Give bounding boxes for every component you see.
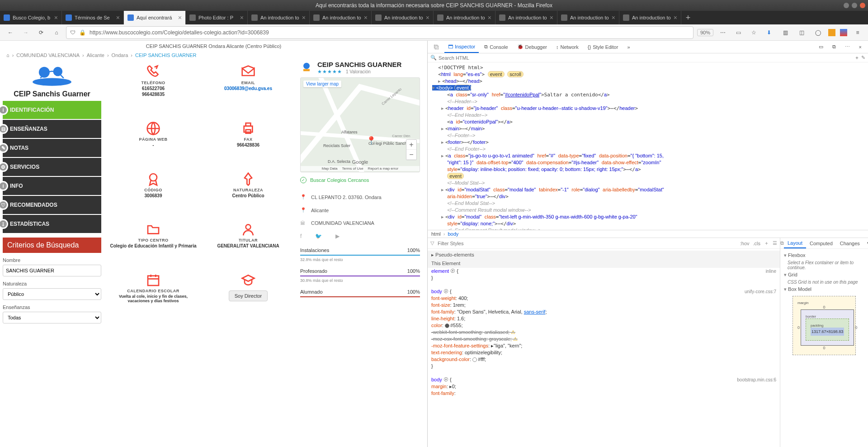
nombre-input[interactable]: [3, 265, 101, 276]
zoom-in-button[interactable]: +: [406, 140, 416, 150]
window-close[interactable]: [860, 3, 865, 8]
crumb[interactable]: Ondara: [112, 52, 128, 58]
reader-button[interactable]: ▭: [732, 27, 744, 38]
new-tab-button[interactable]: +: [681, 11, 695, 24]
tab-1[interactable]: Términos de Se×: [62, 11, 124, 24]
map[interactable]: Carrer LepantoCarrer Dén View larger map…: [300, 77, 420, 172]
close-icon[interactable]: ×: [178, 14, 182, 21]
crumb[interactable]: COMUNIDAD VALENCIANA: [16, 52, 80, 58]
tab-5[interactable]: An introduction to×: [310, 11, 372, 24]
network-tab[interactable]: ↕Network: [552, 41, 582, 53]
reload-button[interactable]: ⟳: [35, 27, 47, 38]
box-model[interactable]: margin0 0 border padding 1317.67×8198.83…: [793, 296, 856, 355]
url-bar[interactable]: 🛡 🔒 https://www.buscocolegio.com/Colegio…: [66, 26, 693, 39]
soy-director-button[interactable]: Soy Director: [229, 290, 268, 301]
bookmark-button[interactable]: ☆: [748, 27, 760, 38]
tab-9[interactable]: An introduction to×: [557, 11, 619, 24]
search-html-input[interactable]: [439, 55, 853, 61]
extension-icon[interactable]: [828, 29, 835, 36]
inspector-tab[interactable]: 🗖Inspector: [444, 41, 479, 53]
add-node-button[interactable]: ＋: [854, 54, 859, 61]
window-minimize[interactable]: [844, 3, 849, 8]
rules-body[interactable]: ▸ Pseudo-elements This Element element ⦿…: [428, 249, 780, 447]
boxmodel-header[interactable]: Box Model: [784, 286, 864, 292]
youtube-icon[interactable]: ▶: [335, 233, 340, 239]
close-devtools-button[interactable]: ×: [855, 41, 865, 53]
svg-point-7: [150, 174, 157, 181]
tab-7[interactable]: An introduction to×: [434, 11, 495, 24]
close-icon[interactable]: ×: [54, 14, 58, 21]
grid-header[interactable]: Grid: [784, 272, 864, 278]
menu-identificacion[interactable]: iIDENTIFICACIÓN: [3, 101, 101, 119]
crumb[interactable]: Alicante: [87, 52, 104, 58]
favicon-icon: [66, 14, 72, 21]
close-icon[interactable]: ×: [426, 14, 429, 21]
library-button[interactable]: ▥: [779, 27, 791, 38]
tab-8[interactable]: An introduction to×: [495, 11, 557, 24]
hov-button[interactable]: :hov: [740, 241, 750, 246]
menu-servicios[interactable]: ⚙SERVICIOS: [3, 158, 101, 176]
naturaleza-select[interactable]: Público: [3, 288, 101, 300]
devtools-menu-button[interactable]: ⋯: [841, 41, 854, 53]
zoom-out-button[interactable]: −: [406, 150, 416, 160]
html-tree[interactable]: <!DOCTYPE html> <html lang="es-es"> even…: [428, 62, 868, 230]
flexbox-header[interactable]: Flexbox: [784, 252, 864, 258]
eyedropper-icon[interactable]: ✎: [861, 55, 865, 61]
add-rule-button[interactable]: ＋: [764, 240, 769, 247]
overflow-button[interactable]: »: [623, 41, 633, 53]
account-button[interactable]: ◯: [812, 27, 824, 38]
close-icon[interactable]: ×: [674, 14, 677, 21]
print-sim-button[interactable]: ☰: [773, 240, 777, 246]
close-icon[interactable]: ×: [488, 14, 491, 21]
close-icon[interactable]: ×: [302, 14, 306, 21]
filter-styles-input[interactable]: [438, 241, 736, 246]
zoom-level[interactable]: 90%: [697, 29, 713, 36]
menu-estadisticas[interactable]: ⫱ESTADÍSTICAS: [3, 215, 101, 233]
close-icon[interactable]: ×: [550, 14, 553, 21]
close-icon[interactable]: ×: [364, 14, 368, 21]
layout-tab[interactable]: Layout: [784, 238, 806, 248]
menu-button[interactable]: ≡: [852, 27, 863, 38]
responsive-button[interactable]: ▭: [815, 41, 827, 53]
layout-toggle-icon[interactable]: ⧉: [780, 240, 784, 246]
dock-button[interactable]: ⧉: [829, 41, 840, 53]
home-icon[interactable]: ⌂: [6, 52, 9, 58]
menu-notas[interactable]: ✎NOTAS: [3, 139, 101, 157]
tab-6[interactable]: An introduction to×: [372, 11, 434, 24]
forward-button[interactable]: →: [20, 27, 32, 38]
extension-icon[interactable]: [840, 29, 847, 36]
layout-overflow[interactable]: ▾: [863, 238, 868, 248]
sidebar-button[interactable]: ◫: [796, 27, 807, 38]
close-icon[interactable]: ×: [116, 14, 120, 21]
changes-tab[interactable]: Changes: [836, 238, 863, 248]
console-tab[interactable]: ⧉Console: [481, 41, 511, 53]
nearby-link[interactable]: ✓Buscar Colegios Cercanos: [300, 177, 420, 183]
twitter-icon[interactable]: 🐦: [315, 233, 322, 239]
debugger-tab[interactable]: 🐞Debugger: [514, 41, 551, 53]
downloads-button[interactable]: ⬇: [763, 27, 775, 38]
close-icon[interactable]: ×: [612, 14, 615, 21]
tab-4[interactable]: An introduction to×: [248, 11, 310, 24]
tab-2-active[interactable]: Aquí encontrará×: [124, 11, 186, 24]
facebook-icon[interactable]: f: [300, 233, 302, 239]
cls-button[interactable]: .cls: [753, 241, 761, 246]
menu-recomendados[interactable]: ♡RECOMENDADOS: [3, 196, 101, 214]
view-larger-map[interactable]: View larger map: [303, 81, 341, 87]
tab-10[interactable]: An introduction to×: [619, 11, 681, 24]
ensenanzas-select[interactable]: Todas: [3, 312, 101, 323]
menu-info[interactable]: iINFO: [3, 177, 101, 195]
page-actions-button[interactable]: ⋯: [717, 27, 729, 38]
map-zoom-controls[interactable]: +−: [406, 139, 417, 160]
picker-button[interactable]: ⿻: [430, 41, 443, 53]
fax-icon: [203, 120, 294, 137]
home-button[interactable]: ⌂: [51, 27, 62, 38]
style-editor-tab[interactable]: {}Style Editor: [584, 41, 622, 53]
computed-tab[interactable]: Computed: [806, 238, 836, 248]
tab-3[interactable]: Photo Editor : P×: [186, 11, 248, 24]
menu-ensenanzas[interactable]: ⊟ENSEÑANZAS: [3, 120, 101, 138]
tab-0[interactable]: Busco Colegio, b×: [0, 11, 62, 24]
close-icon[interactable]: ×: [240, 14, 244, 21]
window-maximize[interactable]: [852, 3, 857, 8]
back-button[interactable]: ←: [5, 27, 16, 38]
breadcrumb-path[interactable]: html›body: [428, 230, 868, 238]
